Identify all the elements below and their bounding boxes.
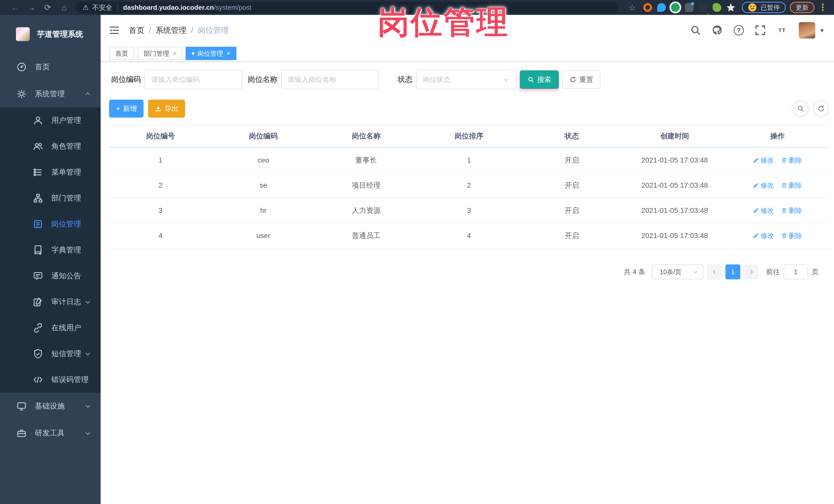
message-icon (33, 271, 43, 281)
post-name-input[interactable] (281, 70, 379, 89)
search-button[interactable]: 搜索 (520, 70, 559, 89)
edit-link-label: 修改 (761, 206, 774, 215)
tab-label: 部门管理 (144, 49, 169, 58)
reset-button-label: 重置 (579, 75, 593, 84)
browser-back-icon[interactable]: ← (7, 3, 23, 12)
delete-link[interactable]: 删除 (781, 231, 802, 240)
cell-post-name: 项目经理 (315, 180, 418, 190)
sidebar-item-audit-log[interactable]: 审计日志 (0, 289, 101, 315)
goto-page-input[interactable] (784, 264, 808, 279)
help-icon[interactable]: ? (733, 25, 744, 36)
cell-post-id: 1 (109, 156, 212, 164)
sidebar-item-online-users[interactable]: 在线用户 (0, 315, 101, 341)
update-button[interactable]: 更新 (790, 2, 814, 13)
edit-link[interactable]: 修改 (753, 156, 774, 165)
emoji-face-icon (748, 3, 757, 12)
paused-badge-label: 已暂停 (761, 3, 780, 12)
tab-post-mgmt[interactable]: 岗位管理 × (185, 47, 236, 60)
browser-home-icon[interactable]: ⌂ (56, 3, 72, 12)
search-icon[interactable] (690, 25, 701, 36)
col-header-post-id: 岗位编号 (109, 131, 212, 141)
browser-reload-icon[interactable]: ⟳ (40, 3, 56, 12)
status-select[interactable]: 岗位状态 (416, 70, 516, 89)
sidebar-item-dept-mgmt[interactable]: 部门管理 (0, 185, 101, 211)
table-row[interactable]: 3 hr 人力资源 3 开启 2021-01-05 17:03:48 修改 (109, 198, 829, 223)
sidebar-item-role-mgmt[interactable]: 角色管理 (0, 133, 101, 159)
cell-status: 开启 (520, 155, 623, 165)
chevron-down-icon (693, 269, 698, 275)
extension-green-check-icon[interactable] (671, 3, 680, 12)
tab-home[interactable]: 首页 (109, 47, 134, 60)
edit-link[interactable]: 修改 (753, 231, 774, 240)
sidebar-item-sms-mgmt[interactable]: 短信管理 (0, 341, 101, 367)
edit-link[interactable]: 修改 (753, 181, 774, 190)
extension-grid-icon[interactable] (685, 3, 694, 12)
page-size-select[interactable]: 10条/页 (652, 264, 703, 279)
col-header-post-name: 岗位名称 (315, 131, 418, 141)
table-row[interactable]: 2 se 项目经理 2 开启 2021-01-05 17:03:48 修改 (109, 173, 829, 198)
cell-post-code: se (212, 181, 315, 190)
reset-button[interactable]: 重置 (563, 70, 600, 89)
sidebar-item-infra[interactable]: 基础设施 (0, 393, 101, 419)
edit-link[interactable]: 修改 (753, 206, 774, 215)
app-logo-row[interactable]: 芋道管理系统 (0, 15, 101, 53)
bookmark-star-icon[interactable]: ☆ (629, 3, 636, 12)
font-size-icon[interactable]: TT (776, 25, 788, 36)
tab-close-icon[interactable]: × (227, 50, 230, 57)
sidebar-item-notice[interactable]: 通知公告 (0, 263, 101, 289)
hamburger-icon[interactable] (109, 26, 119, 35)
address-bar[interactable]: ⚠ 不安全 dashboard.yudao.iocoder.cn /system… (75, 2, 619, 13)
post-code-input[interactable] (145, 70, 242, 89)
browser-forward-icon[interactable]: → (23, 3, 40, 12)
cell-created: 2021-01-05 17:03:48 (623, 206, 726, 215)
edit-link-label: 修改 (761, 231, 774, 240)
sidebar-item-home[interactable]: 首页 (0, 53, 101, 80)
delete-link[interactable]: 删除 (781, 206, 802, 215)
add-button[interactable]: + 新增 (109, 100, 144, 117)
extension-blue-drop-icon[interactable] (657, 3, 666, 12)
sidebar-item-user-mgmt[interactable]: 用户管理 (0, 107, 101, 133)
extension-leaf-icon[interactable] (712, 3, 721, 12)
toggle-search-button[interactable] (793, 101, 808, 116)
table-row[interactable]: 1 ceo 董事长 1 开启 2021-01-05 17:03:48 修改 (109, 148, 829, 173)
sidebar-item-devtool[interactable]: 研发工具 (0, 419, 101, 446)
next-page-button[interactable] (744, 264, 759, 279)
fullscreen-icon[interactable] (755, 25, 766, 36)
table-row[interactable]: 4 user 普通员工 4 开启 2021-01-05 17:03:48 修改 (109, 223, 829, 248)
prev-page-button[interactable] (707, 264, 722, 279)
avatar-caret-icon[interactable]: ▾ (820, 26, 824, 35)
pencil-icon (753, 207, 759, 214)
breadcrumb-separator: / (191, 26, 193, 35)
current-page-button[interactable]: 1 (725, 264, 740, 279)
users-icon (33, 141, 43, 152)
export-button[interactable]: 导出 (148, 100, 185, 117)
tab-dept-mgmt[interactable]: 部门管理 × (137, 47, 182, 60)
refresh-table-button[interactable] (813, 101, 829, 116)
sidebar-item-label: 系统管理 (35, 89, 84, 99)
tab-close-icon[interactable]: × (173, 50, 176, 57)
pencil-icon (753, 182, 759, 189)
browser-menu-dots-icon[interactable]: ⋮ (818, 2, 827, 13)
breadcrumb-section[interactable]: 系统管理 (156, 25, 186, 36)
gear-icon (17, 89, 27, 99)
avatar[interactable] (799, 22, 815, 39)
paused-badge[interactable]: 已暂停 (742, 2, 786, 13)
breadcrumb-current: 岗位管理 (198, 25, 229, 36)
sidebar-item-errcode-mgmt[interactable]: 错误码管理 (0, 367, 101, 393)
extension-translate-icon[interactable] (699, 3, 707, 12)
search-button-label: 搜索 (537, 75, 551, 84)
sidebar-item-menu-mgmt[interactable]: 菜单管理 (0, 159, 101, 185)
breadcrumb-home[interactable]: 首页 (129, 25, 144, 36)
code-icon (33, 375, 43, 385)
cell-post-name: 普通员工 (315, 231, 418, 241)
dashboard-icon (17, 62, 27, 72)
delete-link[interactable]: 删除 (781, 156, 802, 165)
extension-orange-ring-icon[interactable] (643, 3, 652, 12)
col-header-actions: 操作 (726, 131, 829, 141)
sidebar-item-system[interactable]: 系统管理 (0, 80, 101, 107)
delete-link[interactable]: 删除 (781, 181, 802, 190)
sidebar-item-dict-mgmt[interactable]: 字典管理 (0, 237, 101, 263)
extension-star-icon[interactable] (726, 3, 735, 12)
sidebar-item-post-mgmt[interactable]: 岗位管理 (0, 211, 101, 237)
github-icon[interactable] (711, 25, 723, 36)
